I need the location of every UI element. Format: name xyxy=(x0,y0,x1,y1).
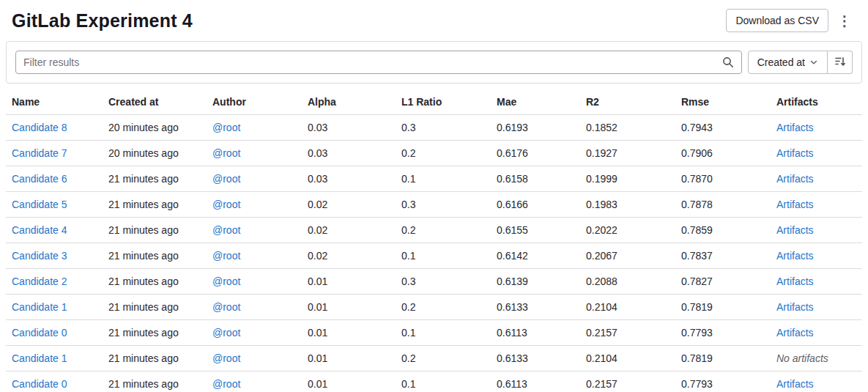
alpha-cell: 0.01 xyxy=(302,371,396,392)
alpha-cell: 0.03 xyxy=(302,141,396,166)
alpha-cell-text: 0.03 xyxy=(308,173,327,185)
mae-cell-text: 0.6113 xyxy=(497,378,527,390)
mae-cell: 0.6133 xyxy=(491,346,580,371)
author-link[interactable]: @root xyxy=(212,199,240,210)
created-at-cell-text: 21 minutes ago xyxy=(108,327,179,339)
alpha-cell: 0.02 xyxy=(302,243,396,269)
artifacts-link[interactable]: Artifacts xyxy=(776,301,814,313)
rmse-cell-text: 0.7793 xyxy=(681,378,713,390)
r2-cell-text: 0.2022 xyxy=(586,224,617,236)
mae-cell-text: 0.6176 xyxy=(497,147,528,159)
artifacts-link[interactable]: Artifacts xyxy=(776,147,814,159)
candidate-link: Candidate 6 xyxy=(6,166,103,192)
artifacts-link[interactable]: Artifacts xyxy=(776,275,814,287)
candidate-link[interactable]: Candidate 1 xyxy=(12,352,67,364)
rmse-cell-text: 0.7827 xyxy=(681,275,713,287)
artifacts-link[interactable]: Artifacts xyxy=(776,199,814,210)
experiment-page: GitLab Experiment 4 Download as CSV ⋮ Cr… xyxy=(0,0,868,392)
author-link[interactable]: @root xyxy=(212,250,240,262)
candidate-link: Candidate 5 xyxy=(6,192,103,218)
created-at-cell-text: 21 minutes ago xyxy=(108,224,179,236)
l1-ratio-cell: 0.3 xyxy=(396,269,491,295)
alpha-cell: 0.02 xyxy=(302,192,396,218)
author-link[interactable]: @root xyxy=(212,301,240,313)
mae-cell-text: 0.6166 xyxy=(497,199,528,210)
created-at-cell: 21 minutes ago xyxy=(103,346,207,371)
candidate-link[interactable]: Candidate 5 xyxy=(12,199,67,210)
candidate-link[interactable]: Candidate 8 xyxy=(12,122,67,133)
r2-cell: 0.2022 xyxy=(580,218,675,243)
author-link[interactable]: @root xyxy=(212,224,240,236)
artifacts-link[interactable]: Artifacts xyxy=(776,250,814,262)
column-header-created-at: Created at xyxy=(103,89,207,115)
l1-ratio-cell: 0.2 xyxy=(396,218,491,243)
l1-ratio-cell-text: 0.3 xyxy=(401,199,415,210)
artifacts-link[interactable]: Artifacts xyxy=(776,224,814,236)
filter-results-input[interactable] xyxy=(23,56,722,68)
created-at-cell-text: 21 minutes ago xyxy=(108,275,179,287)
r2-cell-text: 0.1983 xyxy=(586,199,617,210)
no-artifacts-text: No artifacts xyxy=(776,352,828,364)
r2-cell-text: 0.2104 xyxy=(586,352,617,364)
results-table-wrap: NameCreated atAuthorAlphaL1 RatioMaeR2Rm… xyxy=(0,89,868,392)
author-link: @root xyxy=(207,141,302,166)
chevron-down-icon xyxy=(809,58,818,67)
candidate-link[interactable]: Candidate 6 xyxy=(12,173,67,185)
created-at-cell-text: 21 minutes ago xyxy=(108,250,179,262)
author-link[interactable]: @root xyxy=(212,378,240,390)
r2-cell-text: 0.2088 xyxy=(586,275,617,287)
author-link: @root xyxy=(207,295,302,320)
author-link[interactable]: @root xyxy=(212,275,240,287)
sort-by-label: Created at xyxy=(757,56,805,68)
created-at-cell-text: 21 minutes ago xyxy=(108,352,179,364)
candidate-link[interactable]: Candidate 1 xyxy=(12,301,67,313)
author-link[interactable]: @root xyxy=(212,327,240,339)
r2-cell-text: 0.1852 xyxy=(586,122,617,133)
mae-cell: 0.6113 xyxy=(491,371,580,392)
artifacts-link[interactable]: Artifacts xyxy=(776,122,814,133)
candidate-link[interactable]: Candidate 0 xyxy=(12,327,67,339)
search-icon[interactable] xyxy=(722,56,734,68)
candidate-link[interactable]: Candidate 2 xyxy=(12,275,67,287)
sort-by-dropdown[interactable]: Created at xyxy=(748,51,828,74)
artifacts-link[interactable]: Artifacts xyxy=(776,173,814,185)
created-at-cell-text: 21 minutes ago xyxy=(108,173,179,185)
alpha-cell: 0.03 xyxy=(302,166,396,192)
l1-ratio-cell-text: 0.3 xyxy=(401,122,415,133)
column-header-l1-ratio: L1 Ratio xyxy=(396,89,491,115)
table-row: Candidate 521 minutes ago@root0.020.30.6… xyxy=(6,192,862,218)
candidate-link[interactable]: Candidate 4 xyxy=(12,224,67,236)
artifacts-cell: Artifacts xyxy=(771,269,862,295)
author-link[interactable]: @root xyxy=(212,147,240,159)
column-header-artifacts: Artifacts xyxy=(771,89,862,115)
r2-cell-text: 0.2157 xyxy=(586,327,617,339)
column-header-rmse: Rmse xyxy=(675,89,771,115)
author-link: @root xyxy=(207,192,302,218)
l1-ratio-cell-text: 0.2 xyxy=(401,352,415,364)
author-link: @root xyxy=(207,166,302,192)
author-link[interactable]: @root xyxy=(212,352,240,364)
l1-ratio-cell: 0.1 xyxy=(396,243,491,269)
l1-ratio-cell-text: 0.1 xyxy=(401,250,415,262)
candidate-link[interactable]: Candidate 0 xyxy=(12,378,67,390)
page-title: GitLab Experiment 4 xyxy=(12,10,193,32)
r2-cell: 0.1927 xyxy=(580,141,675,166)
download-csv-button[interactable]: Download as CSV xyxy=(726,9,828,32)
artifacts-link[interactable]: Artifacts xyxy=(776,327,814,339)
rmse-cell: 0.7943 xyxy=(675,115,771,141)
rmse-cell-text: 0.7878 xyxy=(681,199,713,210)
mae-cell: 0.6113 xyxy=(491,320,580,346)
author-link[interactable]: @root xyxy=(212,173,240,185)
table-header-row: NameCreated atAuthorAlphaL1 RatioMaeR2Rm… xyxy=(6,89,862,115)
author-link[interactable]: @root xyxy=(212,122,240,133)
artifacts-cell: Artifacts xyxy=(771,141,862,166)
candidate-link: Candidate 4 xyxy=(6,218,103,243)
rmse-cell-text: 0.7870 xyxy=(681,173,713,185)
candidate-link[interactable]: Candidate 7 xyxy=(12,147,67,159)
r2-cell-text: 0.2067 xyxy=(586,250,617,262)
mae-cell: 0.6158 xyxy=(491,166,580,192)
artifacts-link[interactable]: Artifacts xyxy=(776,378,814,390)
sort-direction-button[interactable] xyxy=(828,51,853,74)
kebab-menu-button[interactable]: ⋮ xyxy=(833,9,856,32)
candidate-link[interactable]: Candidate 3 xyxy=(12,250,67,262)
